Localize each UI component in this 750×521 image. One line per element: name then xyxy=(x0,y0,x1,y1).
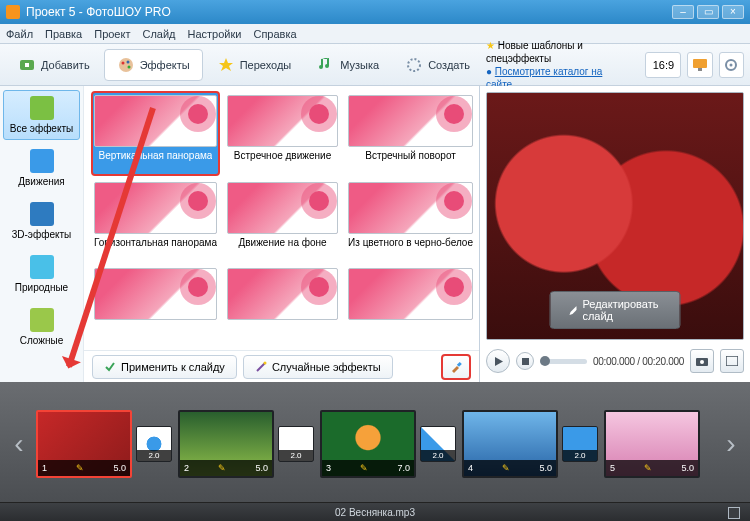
slide-thumbnail[interactable]: 1✎5.0 xyxy=(36,410,132,478)
sidebar-item-label: Движения xyxy=(18,176,64,187)
effect-label: Встречный поворот xyxy=(365,150,456,162)
svg-point-17 xyxy=(700,360,704,364)
maximize-button[interactable]: ▭ xyxy=(697,5,719,19)
timeline: ‹ 1✎5.02.02✎5.02.03✎7.02.04✎5.02.05✎5.0 … xyxy=(0,382,750,502)
effect-label: Вертикальная панорама xyxy=(99,150,213,162)
audio-track-bar[interactable]: 02 Веснянка.mp3 xyxy=(0,502,750,521)
fullscreen-button[interactable] xyxy=(720,349,744,373)
slide-index: 2 xyxy=(184,463,189,473)
effect-thumbnail xyxy=(348,95,473,147)
close-button[interactable]: × xyxy=(722,5,744,19)
seek-bar[interactable] xyxy=(540,359,587,364)
random-effects-button[interactable]: Случайные эффекты xyxy=(243,355,393,379)
transition-duration: 2.0 xyxy=(421,450,455,461)
slide-duration: 7.0 xyxy=(397,463,410,473)
tab-create[interactable]: Создать xyxy=(393,50,482,80)
brush-effects-button[interactable] xyxy=(441,354,471,380)
slide-thumbnail[interactable]: 3✎7.0 xyxy=(320,410,416,478)
tab-effects[interactable]: Эффекты xyxy=(104,49,203,81)
category-icon xyxy=(30,96,54,120)
menu-settings[interactable]: Настройки xyxy=(188,28,242,40)
edit-slide-button[interactable]: Редактировать слайд xyxy=(550,291,681,329)
effect-label: Движение на фоне xyxy=(238,237,326,249)
effect-label: Горизонтальная панорама xyxy=(94,237,217,249)
effect-item[interactable] xyxy=(92,265,219,348)
transition-slot[interactable]: 2.0 xyxy=(136,426,172,462)
transition-slot[interactable]: 2.0 xyxy=(278,426,314,462)
timeline-prev-button[interactable]: ‹ xyxy=(12,414,26,474)
slide-thumbnail[interactable]: 5✎5.0 xyxy=(604,410,700,478)
effect-thumbnail xyxy=(348,268,473,320)
gear-icon xyxy=(724,58,738,72)
slides-strip: 1✎5.02.02✎5.02.03✎7.02.04✎5.02.05✎5.0 xyxy=(36,410,714,478)
slide-thumbnail[interactable]: 2✎5.0 xyxy=(178,410,274,478)
check-icon xyxy=(104,361,116,373)
wand-icon xyxy=(255,361,267,373)
gear-outline-icon xyxy=(405,56,423,74)
title-bar: Проект 5 - ФотоШОУ PRO – ▭ × xyxy=(0,0,750,24)
main-toolbar: Добавить Эффекты Переходы Музыка Создать… xyxy=(0,44,750,86)
svg-rect-8 xyxy=(693,59,707,68)
stop-icon xyxy=(522,358,529,365)
svg-point-5 xyxy=(127,65,130,68)
effect-item[interactable]: Вертикальная панорама xyxy=(92,92,219,175)
menu-edit[interactable]: Правка xyxy=(45,28,82,40)
play-button[interactable] xyxy=(486,349,510,373)
menu-slide[interactable]: Слайд xyxy=(142,28,175,40)
add-icon xyxy=(18,56,36,74)
preview-viewport[interactable]: Редактировать слайд xyxy=(486,92,744,340)
sidebar-item-nature[interactable]: Природные xyxy=(3,249,80,299)
aspect-ratio-button[interactable]: 16:9 xyxy=(645,52,681,78)
menu-file[interactable]: Файл xyxy=(6,28,33,40)
menu-help[interactable]: Справка xyxy=(253,28,296,40)
pencil-mini-icon: ✎ xyxy=(76,463,84,473)
app-logo-icon xyxy=(6,5,20,19)
playback-bar: 00:00.000 / 00:20.000 xyxy=(486,346,744,376)
effect-item[interactable] xyxy=(225,265,340,348)
slide-thumbnail[interactable]: 4✎5.0 xyxy=(462,410,558,478)
sidebar-item-all[interactable]: Все эффекты xyxy=(3,90,80,140)
brush-icon xyxy=(449,360,463,374)
stop-button[interactable] xyxy=(516,352,534,370)
effect-thumbnail xyxy=(94,182,217,234)
transition-duration: 2.0 xyxy=(137,450,171,461)
sidebar-item-label: 3D-эффекты xyxy=(12,229,72,240)
transition-slot[interactable]: 2.0 xyxy=(562,426,598,462)
effect-thumbnail xyxy=(227,268,338,320)
tab-transitions[interactable]: Переходы xyxy=(205,50,304,80)
effect-item[interactable]: Движение на фоне xyxy=(225,179,340,262)
effect-item[interactable]: Встречный поворот xyxy=(346,92,475,175)
slide-index: 5 xyxy=(610,463,615,473)
sidebar-item-3d[interactable]: 3D-эффекты xyxy=(3,196,80,246)
effect-item[interactable]: Горизонтальная панорама xyxy=(92,179,219,262)
transition-slot[interactable]: 2.0 xyxy=(420,426,456,462)
slide-duration: 5.0 xyxy=(681,463,694,473)
effect-item[interactable] xyxy=(346,265,475,348)
sidebar-item-label: Все эффекты xyxy=(10,123,73,134)
sidebar-item-complex[interactable]: Сложные xyxy=(3,302,80,352)
sidebar-item-motion[interactable]: Движения xyxy=(3,143,80,193)
effect-label: Встречное движение xyxy=(234,150,331,162)
menu-project[interactable]: Проект xyxy=(94,28,130,40)
pencil-mini-icon: ✎ xyxy=(218,463,226,473)
timeline-next-button[interactable]: › xyxy=(724,414,738,474)
tab-music[interactable]: Музыка xyxy=(305,50,391,80)
svg-point-12 xyxy=(263,361,266,364)
effect-item[interactable]: Из цветного в черно-белое xyxy=(346,179,475,262)
apply-to-slide-button[interactable]: Применить к слайду xyxy=(92,355,237,379)
effect-item[interactable]: Встречное движение xyxy=(225,92,340,175)
view-mode-button[interactable] xyxy=(687,52,712,78)
minimize-button[interactable]: – xyxy=(672,5,694,19)
snapshot-button[interactable] xyxy=(690,349,714,373)
settings-button[interactable] xyxy=(719,52,744,78)
transition-duration: 2.0 xyxy=(279,450,313,461)
timecode: 00:00.000 / 00:20.000 xyxy=(593,356,684,367)
svg-marker-6 xyxy=(219,58,233,71)
star-bullet-icon: ★ xyxy=(486,40,498,51)
sidebar-item-label: Природные xyxy=(15,282,68,293)
window-title: Проект 5 - ФотоШОУ PRO xyxy=(26,5,672,19)
tab-add[interactable]: Добавить xyxy=(6,50,102,80)
svg-marker-14 xyxy=(495,357,503,366)
svg-rect-13 xyxy=(457,361,462,366)
audio-track-name: 02 Веснянка.mp3 xyxy=(335,507,415,518)
